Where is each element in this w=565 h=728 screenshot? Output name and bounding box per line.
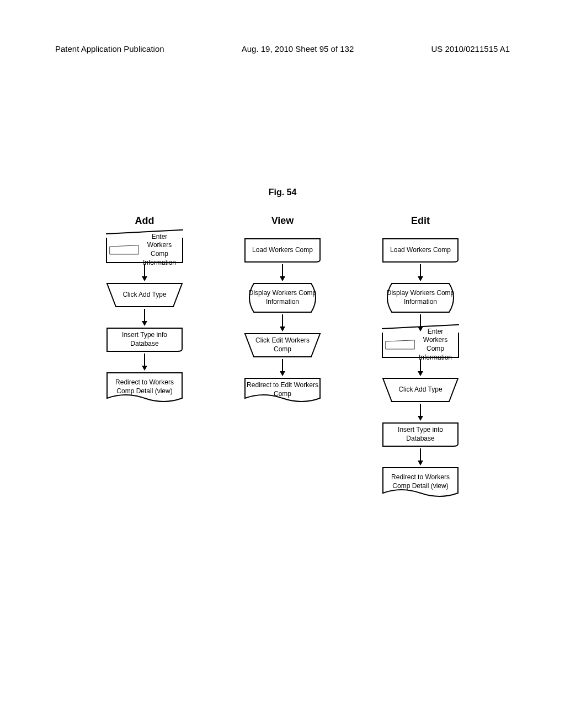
node-text: Click Add Type: [398, 386, 442, 394]
flowchart-node: Click Edit Workers Comp: [244, 333, 321, 358]
node-text: Redirect to Edit Workers Comp: [246, 381, 319, 398]
flowchart-node: Redirect to Edit Workers Comp: [244, 377, 321, 403]
arrow-down-icon: [280, 314, 285, 331]
arrow-down-icon: [418, 448, 423, 465]
node-text: Enter Workers Comp Information: [139, 233, 180, 267]
arrow-down-icon: [418, 264, 423, 281]
node-text: Click Edit Workers Comp: [246, 336, 319, 354]
flowchart-column-edit: EditLoad Workers CompDisplay Workers Com…: [376, 215, 465, 497]
flowchart-node: Load Workers Comp: [244, 238, 321, 263]
flowchart-node: Load Workers Comp: [382, 238, 459, 263]
flowchart-node: Click Add Type: [382, 377, 459, 403]
flowchart-node: Enter Workers Comp Information: [106, 238, 183, 263]
arrow-down-icon: [280, 359, 285, 376]
flowchart-node: Enter Workers Comp Information: [382, 333, 459, 358]
header-center: Aug. 19, 2010 Sheet 95 of 132: [242, 44, 354, 53]
figure-title: Fig. 54: [0, 188, 565, 197]
column-title: Add: [135, 215, 154, 227]
flowchart-node: Insert Type info Database: [106, 327, 183, 352]
flowchart-node: Redirect to Workers Comp Detail (view): [106, 372, 183, 403]
arrow-down-icon: [142, 309, 147, 326]
node-text: Insert Type into Database: [384, 426, 457, 443]
node-text: Click Add Type: [122, 291, 166, 299]
node-text: Redirect to Workers Comp Detail (view): [384, 473, 457, 490]
node-text: Insert Type info Database: [108, 331, 181, 348]
arrow-down-icon: [280, 264, 285, 281]
flowchart-node: Insert Type into Database: [382, 422, 459, 447]
flowchart-column-view: ViewLoad Workers CompDisplay Workers Com…: [238, 215, 327, 497]
arrow-down-icon: [142, 354, 147, 371]
flowchart-columns: AddEnter Workers Comp InformationClick A…: [0, 215, 565, 497]
page-header: Patent Application Publication Aug. 19, …: [0, 44, 565, 53]
node-text: Load Workers Comp: [390, 246, 451, 255]
node-text: Redirect to Workers Comp Detail (view): [108, 378, 181, 395]
header-right: US 2010/0211515 A1: [431, 44, 510, 53]
flowchart-node: Display Workers Comp Information: [244, 282, 321, 313]
flowchart-node: Redirect to Workers Comp Detail (view): [382, 467, 459, 497]
node-text: Load Workers Comp: [252, 246, 313, 255]
flowchart-node: Display Workers Comp Information: [382, 282, 459, 313]
flowchart-column-add: AddEnter Workers Comp InformationClick A…: [100, 215, 189, 497]
arrow-down-icon: [418, 404, 423, 421]
node-text: Display Workers Comp Information: [384, 289, 457, 306]
column-title: View: [271, 215, 294, 227]
flowchart-node: Click Add Type: [106, 282, 183, 308]
header-left: Patent Application Publication: [55, 44, 164, 53]
column-title: Edit: [411, 215, 430, 227]
node-text: Enter Workers Comp Information: [415, 328, 456, 362]
node-text: Display Workers Comp Information: [246, 289, 319, 306]
